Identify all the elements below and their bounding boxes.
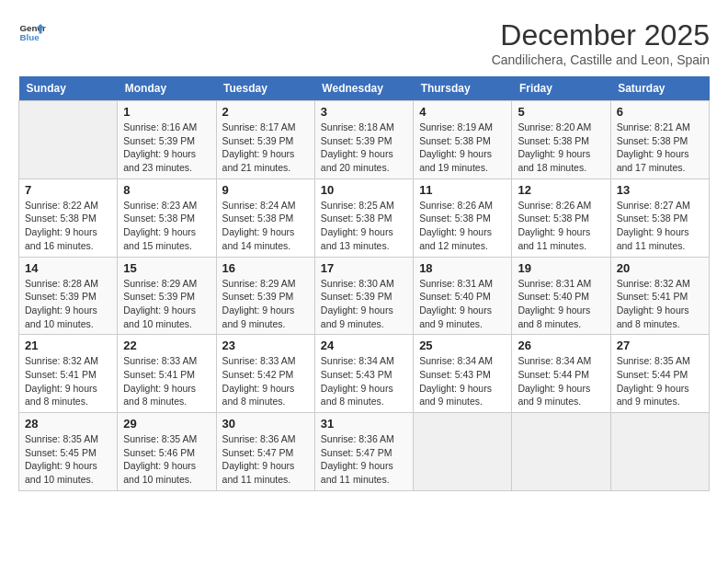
day-number: 16 [222, 261, 309, 275]
day-number: 19 [518, 261, 604, 275]
weekday-monday: Monday [118, 76, 216, 101]
day-info: Sunrise: 8:30 AM Sunset: 5:39 PM Dayligh… [321, 277, 407, 331]
calendar-cell: 26Sunrise: 8:34 AM Sunset: 5:44 PM Dayli… [512, 335, 610, 413]
day-info: Sunrise: 8:28 AM Sunset: 5:39 PM Dayligh… [25, 277, 111, 331]
day-info: Sunrise: 8:21 AM Sunset: 5:38 PM Dayligh… [617, 121, 703, 175]
week-row-0: 1Sunrise: 8:16 AM Sunset: 5:39 PM Daylig… [19, 101, 710, 179]
day-number: 20 [617, 261, 703, 275]
weekday-thursday: Thursday [414, 76, 512, 101]
day-info: Sunrise: 8:24 AM Sunset: 5:38 PM Dayligh… [222, 199, 309, 253]
day-number: 23 [222, 339, 309, 352]
weekday-tuesday: Tuesday [216, 76, 314, 101]
calendar-cell: 24Sunrise: 8:34 AM Sunset: 5:43 PM Dayli… [314, 335, 413, 413]
calendar-cell [19, 101, 118, 179]
day-number: 26 [518, 339, 604, 352]
calendar-cell: 8Sunrise: 8:23 AM Sunset: 5:38 PM Daylig… [118, 178, 216, 257]
day-number: 22 [123, 339, 210, 352]
calendar-cell: 30Sunrise: 8:36 AM Sunset: 5:47 PM Dayli… [216, 413, 314, 491]
day-info: Sunrise: 8:36 AM Sunset: 5:47 PM Dayligh… [321, 432, 407, 487]
day-info: Sunrise: 8:32 AM Sunset: 5:41 PM Dayligh… [25, 354, 111, 408]
calendar-cell: 12Sunrise: 8:26 AM Sunset: 5:38 PM Dayli… [512, 178, 610, 257]
week-row-4: 28Sunrise: 8:35 AM Sunset: 5:45 PM Dayli… [19, 413, 710, 491]
svg-text:Blue: Blue [20, 32, 40, 42]
day-number: 10 [321, 183, 407, 197]
day-info: Sunrise: 8:32 AM Sunset: 5:41 PM Dayligh… [617, 277, 703, 331]
day-info: Sunrise: 8:22 AM Sunset: 5:38 PM Dayligh… [25, 199, 111, 253]
day-info: Sunrise: 8:17 AM Sunset: 5:39 PM Dayligh… [222, 121, 309, 175]
day-info: Sunrise: 8:34 AM Sunset: 5:44 PM Dayligh… [518, 354, 604, 408]
calendar-cell: 18Sunrise: 8:31 AM Sunset: 5:40 PM Dayli… [414, 257, 512, 335]
day-info: Sunrise: 8:27 AM Sunset: 5:38 PM Dayligh… [617, 199, 703, 253]
calendar-cell: 22Sunrise: 8:33 AM Sunset: 5:41 PM Dayli… [118, 335, 216, 413]
calendar-cell [610, 413, 709, 491]
day-number: 14 [25, 261, 111, 275]
day-number: 1 [123, 105, 210, 119]
day-number: 12 [518, 183, 604, 197]
calendar-cell: 31Sunrise: 8:36 AM Sunset: 5:47 PM Dayli… [314, 413, 413, 491]
day-number: 30 [222, 417, 309, 431]
calendar-cell: 16Sunrise: 8:29 AM Sunset: 5:39 PM Dayli… [216, 257, 314, 335]
day-number: 27 [617, 339, 703, 352]
calendar-cell: 20Sunrise: 8:32 AM Sunset: 5:41 PM Dayli… [610, 257, 709, 335]
calendar-cell [414, 413, 512, 491]
day-number: 15 [123, 261, 210, 275]
day-info: Sunrise: 8:33 AM Sunset: 5:42 PM Dayligh… [222, 354, 309, 408]
day-info: Sunrise: 8:34 AM Sunset: 5:43 PM Dayligh… [419, 354, 506, 408]
day-number: 8 [123, 183, 210, 197]
day-info: Sunrise: 8:35 AM Sunset: 5:46 PM Dayligh… [123, 432, 210, 487]
weekday-friday: Friday [512, 76, 610, 101]
calendar-cell: 11Sunrise: 8:26 AM Sunset: 5:38 PM Dayli… [414, 178, 512, 257]
calendar-cell: 28Sunrise: 8:35 AM Sunset: 5:45 PM Dayli… [19, 413, 118, 491]
weekday-header-row: SundayMondayTuesdayWednesdayThursdayFrid… [19, 76, 710, 101]
day-info: Sunrise: 8:35 AM Sunset: 5:44 PM Dayligh… [617, 354, 703, 408]
calendar-cell: 23Sunrise: 8:33 AM Sunset: 5:42 PM Dayli… [216, 335, 314, 413]
day-number: 4 [419, 105, 506, 119]
day-info: Sunrise: 8:18 AM Sunset: 5:39 PM Dayligh… [321, 121, 407, 175]
calendar-cell: 6Sunrise: 8:21 AM Sunset: 5:38 PM Daylig… [610, 101, 709, 179]
day-number: 11 [419, 183, 506, 197]
weekday-wednesday: Wednesday [314, 76, 413, 101]
day-number: 25 [419, 339, 506, 352]
day-number: 29 [123, 417, 210, 431]
day-info: Sunrise: 8:31 AM Sunset: 5:40 PM Dayligh… [419, 277, 506, 331]
day-number: 5 [518, 105, 604, 119]
title-block: December 2025 Candilichera, Castille and… [492, 18, 710, 67]
week-row-2: 14Sunrise: 8:28 AM Sunset: 5:39 PM Dayli… [19, 257, 710, 335]
calendar-cell: 4Sunrise: 8:19 AM Sunset: 5:38 PM Daylig… [414, 101, 512, 179]
day-number: 2 [222, 105, 309, 119]
weekday-sunday: Sunday [19, 76, 118, 101]
calendar-cell: 13Sunrise: 8:27 AM Sunset: 5:38 PM Dayli… [610, 178, 709, 257]
page-header: General Blue December 2025 Candilichera,… [18, 18, 710, 67]
calendar-cell: 17Sunrise: 8:30 AM Sunset: 5:39 PM Dayli… [314, 257, 413, 335]
day-number: 21 [25, 339, 111, 352]
calendar-cell: 25Sunrise: 8:34 AM Sunset: 5:43 PM Dayli… [414, 335, 512, 413]
day-info: Sunrise: 8:36 AM Sunset: 5:47 PM Dayligh… [222, 432, 309, 487]
day-info: Sunrise: 8:29 AM Sunset: 5:39 PM Dayligh… [123, 277, 210, 331]
day-number: 6 [617, 105, 703, 119]
day-number: 28 [25, 417, 111, 431]
day-number: 17 [321, 261, 407, 275]
calendar-cell: 10Sunrise: 8:25 AM Sunset: 5:38 PM Dayli… [314, 178, 413, 257]
day-info: Sunrise: 8:35 AM Sunset: 5:45 PM Dayligh… [25, 432, 111, 487]
day-number: 24 [321, 339, 407, 352]
calendar-cell: 7Sunrise: 8:22 AM Sunset: 5:38 PM Daylig… [19, 178, 118, 257]
subtitle: Candilichera, Castille and Leon, Spain [492, 52, 710, 67]
calendar-cell: 19Sunrise: 8:31 AM Sunset: 5:40 PM Dayli… [512, 257, 610, 335]
day-info: Sunrise: 8:26 AM Sunset: 5:38 PM Dayligh… [518, 199, 604, 253]
calendar-cell: 1Sunrise: 8:16 AM Sunset: 5:39 PM Daylig… [118, 101, 216, 179]
weekday-saturday: Saturday [610, 76, 709, 101]
day-info: Sunrise: 8:26 AM Sunset: 5:38 PM Dayligh… [419, 199, 506, 253]
logo-icon: General Blue [18, 18, 46, 46]
day-info: Sunrise: 8:25 AM Sunset: 5:38 PM Dayligh… [321, 199, 407, 253]
week-row-1: 7Sunrise: 8:22 AM Sunset: 5:38 PM Daylig… [19, 178, 710, 257]
week-row-3: 21Sunrise: 8:32 AM Sunset: 5:41 PM Dayli… [19, 335, 710, 413]
day-number: 31 [321, 417, 407, 431]
day-info: Sunrise: 8:23 AM Sunset: 5:38 PM Dayligh… [123, 199, 210, 253]
calendar-cell: 21Sunrise: 8:32 AM Sunset: 5:41 PM Dayli… [19, 335, 118, 413]
day-info: Sunrise: 8:34 AM Sunset: 5:43 PM Dayligh… [321, 354, 407, 408]
calendar-cell: 14Sunrise: 8:28 AM Sunset: 5:39 PM Dayli… [19, 257, 118, 335]
day-number: 7 [25, 183, 111, 197]
day-number: 9 [222, 183, 309, 197]
calendar-cell: 9Sunrise: 8:24 AM Sunset: 5:38 PM Daylig… [216, 178, 314, 257]
day-number: 13 [617, 183, 703, 197]
